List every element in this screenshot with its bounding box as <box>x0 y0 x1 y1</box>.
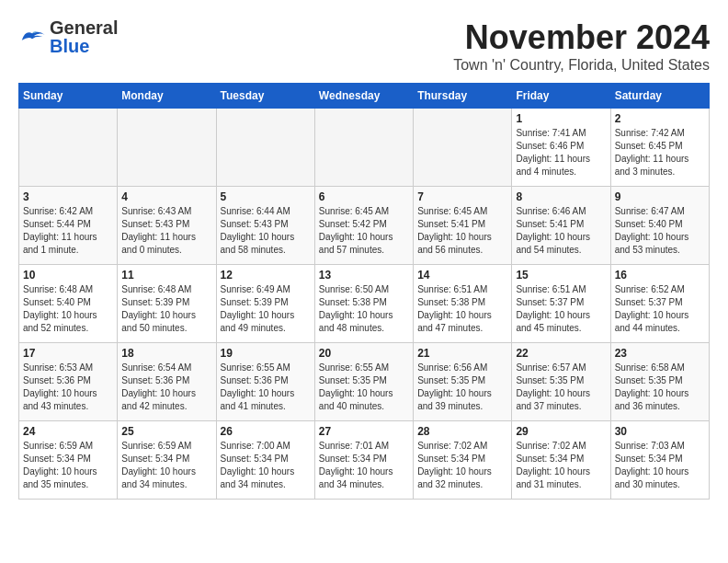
day-number: 11 <box>121 269 211 282</box>
day-info: Sunrise: 6:44 AM Sunset: 5:43 PM Dayligh… <box>221 205 311 257</box>
calendar-week-4: 17Sunrise: 6:53 AM Sunset: 5:36 PM Dayli… <box>19 343 710 421</box>
day-number: 27 <box>319 425 409 438</box>
day-info: Sunrise: 6:57 AM Sunset: 5:35 PM Dayligh… <box>516 362 606 413</box>
day-info: Sunrise: 6:42 AM Sunset: 5:44 PM Dayligh… <box>23 205 113 257</box>
calendar-cell <box>118 109 216 187</box>
calendar-cell: 17Sunrise: 6:53 AM Sunset: 5:36 PM Dayli… <box>19 343 118 421</box>
calendar-cell: 28Sunrise: 7:02 AM Sunset: 5:34 PM Dayli… <box>414 421 512 500</box>
calendar-cell: 30Sunrise: 7:03 AM Sunset: 5:34 PM Dayli… <box>610 421 709 500</box>
day-info: Sunrise: 6:55 AM Sunset: 5:36 PM Dayligh… <box>221 362 311 413</box>
day-info: Sunrise: 6:51 AM Sunset: 5:38 PM Dayligh… <box>417 283 507 335</box>
calendar-cell: 12Sunrise: 6:49 AM Sunset: 5:39 PM Dayli… <box>216 265 314 343</box>
calendar-cell: 5Sunrise: 6:44 AM Sunset: 5:43 PM Daylig… <box>216 187 314 265</box>
calendar-cell: 29Sunrise: 7:02 AM Sunset: 5:34 PM Dayli… <box>512 421 610 500</box>
calendar-cell: 26Sunrise: 7:00 AM Sunset: 5:34 PM Dayli… <box>216 421 314 500</box>
day-number: 16 <box>615 269 705 282</box>
day-info: Sunrise: 7:02 AM Sunset: 5:34 PM Dayligh… <box>516 440 606 491</box>
day-number: 4 <box>121 190 211 203</box>
day-info: Sunrise: 6:43 AM Sunset: 5:43 PM Dayligh… <box>121 205 211 257</box>
day-info: Sunrise: 7:42 AM Sunset: 6:45 PM Dayligh… <box>615 127 705 178</box>
day-number: 15 <box>516 269 606 282</box>
day-number: 14 <box>417 269 507 282</box>
day-info: Sunrise: 6:45 AM Sunset: 5:42 PM Dayligh… <box>319 205 409 257</box>
calendar-cell <box>414 109 512 187</box>
day-info: Sunrise: 7:02 AM Sunset: 5:34 PM Dayligh… <box>417 440 507 491</box>
day-info: Sunrise: 6:59 AM Sunset: 5:34 PM Dayligh… <box>121 440 211 491</box>
calendar-week-5: 24Sunrise: 6:59 AM Sunset: 5:34 PM Dayli… <box>19 421 710 500</box>
day-info: Sunrise: 6:51 AM Sunset: 5:37 PM Dayligh… <box>516 283 606 335</box>
calendar-header-sunday: Sunday <box>19 84 118 109</box>
calendar-subtitle: Town 'n' Country, Florida, United States <box>453 57 710 74</box>
day-info: Sunrise: 7:00 AM Sunset: 5:34 PM Dayligh… <box>221 440 311 491</box>
calendar-header-thursday: Thursday <box>414 84 512 109</box>
day-info: Sunrise: 6:59 AM Sunset: 5:34 PM Dayligh… <box>23 440 113 491</box>
day-number: 2 <box>615 112 705 125</box>
calendar-table: SundayMondayTuesdayWednesdayThursdayFrid… <box>18 83 710 500</box>
calendar-cell: 7Sunrise: 6:45 AM Sunset: 5:41 PM Daylig… <box>414 187 512 265</box>
calendar-cell: 2Sunrise: 7:42 AM Sunset: 6:45 PM Daylig… <box>610 109 709 187</box>
day-number: 19 <box>221 347 311 360</box>
calendar-cell: 16Sunrise: 6:52 AM Sunset: 5:37 PM Dayli… <box>610 265 709 343</box>
calendar-cell: 18Sunrise: 6:54 AM Sunset: 5:36 PM Dayli… <box>118 343 216 421</box>
calendar-cell <box>314 109 413 187</box>
calendar-cell: 22Sunrise: 6:57 AM Sunset: 5:35 PM Dayli… <box>512 343 610 421</box>
calendar-cell: 23Sunrise: 6:58 AM Sunset: 5:35 PM Dayli… <box>610 343 709 421</box>
day-number: 24 <box>23 425 113 438</box>
day-info: Sunrise: 6:58 AM Sunset: 5:35 PM Dayligh… <box>615 362 705 413</box>
logo-bird-icon <box>18 26 46 48</box>
calendar-cell: 6Sunrise: 6:45 AM Sunset: 5:42 PM Daylig… <box>314 187 413 265</box>
day-info: Sunrise: 6:54 AM Sunset: 5:36 PM Dayligh… <box>121 362 211 413</box>
day-info: Sunrise: 6:53 AM Sunset: 5:36 PM Dayligh… <box>23 362 113 413</box>
day-number: 8 <box>516 190 606 203</box>
calendar-cell: 11Sunrise: 6:48 AM Sunset: 5:39 PM Dayli… <box>118 265 216 343</box>
day-info: Sunrise: 7:41 AM Sunset: 6:46 PM Dayligh… <box>516 127 606 178</box>
calendar-header-saturday: Saturday <box>610 84 709 109</box>
day-number: 29 <box>516 425 606 438</box>
day-info: Sunrise: 6:45 AM Sunset: 5:41 PM Dayligh… <box>417 205 507 257</box>
calendar-header-tuesday: Tuesday <box>216 84 314 109</box>
day-info: Sunrise: 6:50 AM Sunset: 5:38 PM Dayligh… <box>319 283 409 335</box>
calendar-cell: 15Sunrise: 6:51 AM Sunset: 5:37 PM Dayli… <box>512 265 610 343</box>
calendar-cell: 8Sunrise: 6:46 AM Sunset: 5:41 PM Daylig… <box>512 187 610 265</box>
calendar-cell: 3Sunrise: 6:42 AM Sunset: 5:44 PM Daylig… <box>19 187 118 265</box>
day-info: Sunrise: 6:49 AM Sunset: 5:39 PM Dayligh… <box>221 283 311 335</box>
calendar-cell: 4Sunrise: 6:43 AM Sunset: 5:43 PM Daylig… <box>118 187 216 265</box>
day-info: Sunrise: 7:03 AM Sunset: 5:34 PM Dayligh… <box>615 440 705 491</box>
calendar-title: November 2024 <box>453 18 710 57</box>
day-number: 28 <box>417 425 507 438</box>
day-number: 18 <box>121 347 211 360</box>
day-number: 5 <box>221 190 311 203</box>
calendar-cell: 21Sunrise: 6:56 AM Sunset: 5:35 PM Dayli… <box>414 343 512 421</box>
day-number: 17 <box>23 347 113 360</box>
calendar-week-1: 1Sunrise: 7:41 AM Sunset: 6:46 PM Daylig… <box>19 109 710 187</box>
calendar-cell: 19Sunrise: 6:55 AM Sunset: 5:36 PM Dayli… <box>216 343 314 421</box>
day-number: 26 <box>221 425 311 438</box>
day-number: 10 <box>23 269 113 282</box>
title-block: November 2024 Town 'n' Country, Florida,… <box>453 18 710 74</box>
day-number: 13 <box>319 269 409 282</box>
calendar-week-3: 10Sunrise: 6:48 AM Sunset: 5:40 PM Dayli… <box>19 265 710 343</box>
day-info: Sunrise: 6:47 AM Sunset: 5:40 PM Dayligh… <box>615 205 705 257</box>
day-number: 20 <box>319 347 409 360</box>
calendar-cell <box>216 109 314 187</box>
calendar-cell: 24Sunrise: 6:59 AM Sunset: 5:34 PM Dayli… <box>19 421 118 500</box>
calendar-header-friday: Friday <box>512 84 610 109</box>
header: General Blue November 2024 Town 'n' Coun… <box>18 18 710 74</box>
day-number: 9 <box>615 190 705 203</box>
calendar-cell <box>19 109 118 187</box>
day-info: Sunrise: 6:56 AM Sunset: 5:35 PM Dayligh… <box>417 362 507 413</box>
day-info: Sunrise: 6:48 AM Sunset: 5:40 PM Dayligh… <box>23 283 113 335</box>
logo: General Blue <box>18 18 118 55</box>
day-number: 6 <box>319 190 409 203</box>
day-info: Sunrise: 7:01 AM Sunset: 5:34 PM Dayligh… <box>319 440 409 491</box>
day-number: 30 <box>615 425 705 438</box>
calendar-week-2: 3Sunrise: 6:42 AM Sunset: 5:44 PM Daylig… <box>19 187 710 265</box>
day-info: Sunrise: 6:52 AM Sunset: 5:37 PM Dayligh… <box>615 283 705 335</box>
calendar-cell: 25Sunrise: 6:59 AM Sunset: 5:34 PM Dayli… <box>118 421 216 500</box>
logo-general: General <box>50 17 118 38</box>
day-number: 1 <box>516 112 606 125</box>
day-number: 3 <box>23 190 113 203</box>
day-info: Sunrise: 6:55 AM Sunset: 5:35 PM Dayligh… <box>319 362 409 413</box>
calendar-cell: 27Sunrise: 7:01 AM Sunset: 5:34 PM Dayli… <box>314 421 413 500</box>
calendar-cell: 14Sunrise: 6:51 AM Sunset: 5:38 PM Dayli… <box>414 265 512 343</box>
